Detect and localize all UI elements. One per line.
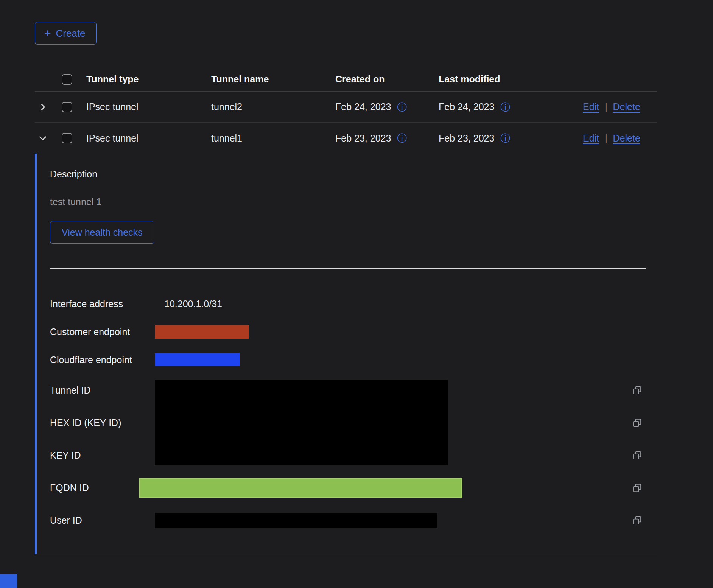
- created-on-cell: Feb 24, 2023: [335, 101, 391, 112]
- row-checkbox[interactable]: [62, 102, 72, 112]
- last-modified-cell: Feb 23, 2023: [439, 133, 494, 144]
- customer-endpoint-redacted-value: [155, 325, 249, 339]
- info-icon[interactable]: ⓘ: [500, 102, 510, 112]
- view-health-checks-button[interactable]: View health checks: [50, 221, 154, 244]
- fqdn-id-redacted-value: [139, 478, 462, 498]
- plus-icon: +: [44, 28, 51, 39]
- interface-address-value: 10.200.1.0/31: [155, 299, 630, 310]
- info-icon[interactable]: ⓘ: [500, 133, 510, 143]
- header-created-on: Created on: [335, 74, 439, 85]
- bottom-left-accent: [0, 574, 17, 588]
- tunnels-table: Tunnel type Tunnel name Created on Last …: [35, 67, 657, 554]
- info-icon[interactable]: ⓘ: [397, 102, 407, 112]
- view-health-checks-label: View health checks: [62, 227, 143, 238]
- copy-icon[interactable]: [630, 385, 642, 395]
- edit-link[interactable]: Edit: [583, 101, 599, 112]
- tunnel-type-cell: IPsec tunnel: [86, 101, 211, 112]
- user-id-redacted-value: [155, 513, 437, 528]
- interface-address-label: Interface address: [50, 299, 155, 310]
- select-all-checkbox[interactable]: [62, 74, 72, 85]
- chevron-down-icon[interactable]: [35, 133, 62, 143]
- hex-id-label: HEX ID (KEY ID): [50, 417, 155, 428]
- user-id-label: User ID: [50, 515, 155, 526]
- tunnel-name-cell: tunnel2: [211, 101, 335, 112]
- edit-link[interactable]: Edit: [583, 133, 599, 144]
- tunnel-name-cell: tunnel1: [211, 133, 335, 144]
- header-tunnel-name: Tunnel name: [211, 74, 335, 85]
- cloudflare-endpoint-redacted-value: [155, 353, 240, 366]
- header-tunnel-type: Tunnel type: [86, 74, 211, 85]
- copy-icon[interactable]: [630, 483, 642, 493]
- tunnel-fields: Interface address 10.200.1.0/31 Customer…: [50, 290, 657, 537]
- copy-icon[interactable]: [630, 515, 642, 526]
- key-id-label: KEY ID: [50, 450, 155, 461]
- row-checkbox[interactable]: [62, 133, 72, 143]
- table-row: IPsec tunnel tunnel2 Feb 24, 2023 ⓘ Feb …: [35, 92, 657, 123]
- tunnel-type-cell: IPsec tunnel: [86, 133, 211, 144]
- customer-endpoint-label: Customer endpoint: [50, 327, 155, 338]
- tunnel-id-hex-key-redacted-values: [155, 380, 448, 465]
- info-icon[interactable]: ⓘ: [397, 133, 407, 143]
- copy-icon[interactable]: [630, 450, 642, 460]
- delete-link[interactable]: Delete: [613, 133, 640, 144]
- table-row: IPsec tunnel tunnel1 Feb 23, 2023 ⓘ Feb …: [35, 123, 657, 154]
- chevron-right-icon[interactable]: [35, 102, 62, 112]
- tunnel-id-label: Tunnel ID: [50, 385, 155, 396]
- panel-divider: [50, 268, 646, 269]
- actions-separator: |: [605, 101, 607, 112]
- table-header-row: Tunnel type Tunnel name Created on Last …: [35, 67, 657, 92]
- delete-link[interactable]: Delete: [613, 101, 640, 112]
- create-button[interactable]: + Create: [35, 22, 97, 45]
- create-button-label: Create: [56, 28, 86, 39]
- copy-icon[interactable]: [630, 418, 642, 428]
- header-last-modified: Last modified: [439, 74, 583, 85]
- created-on-cell: Feb 23, 2023: [335, 133, 391, 144]
- last-modified-cell: Feb 24, 2023: [439, 101, 494, 112]
- description-value: test tunnel 1: [50, 196, 657, 207]
- cloudflare-endpoint-label: Cloudflare endpoint: [50, 355, 155, 366]
- description-label: Description: [50, 169, 657, 180]
- actions-separator: |: [605, 133, 607, 144]
- tunnel-detail-panel: Description test tunnel 1 View health ch…: [35, 154, 657, 554]
